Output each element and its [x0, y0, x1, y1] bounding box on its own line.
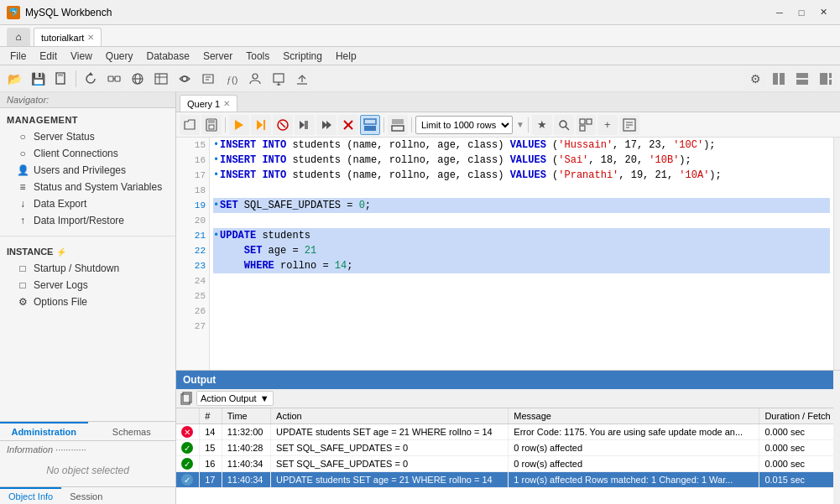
code-lines-container: • INSERT INTO students (name, rollno, ag… — [210, 138, 833, 370]
procedure-button[interactable] — [197, 68, 219, 90]
menu-server[interactable]: Server — [196, 49, 239, 64]
nav-status-variables[interactable]: ≡ Status and System Variables — [0, 179, 175, 195]
col-action: Action — [271, 408, 509, 424]
save-button[interactable]: 💾 — [27, 68, 49, 90]
nav-divider — [0, 236, 175, 236]
line-num-22: 22 — [180, 243, 206, 258]
connect-button[interactable] — [103, 68, 125, 90]
run-selected-button[interactable] — [251, 115, 271, 135]
table-button[interactable] — [150, 68, 172, 90]
code-line-22: SET age = 21 — [213, 243, 830, 258]
server-logs-icon: □ — [17, 279, 29, 291]
svg-rect-47 — [392, 126, 404, 131]
skip-button[interactable] — [295, 115, 315, 135]
refresh-button[interactable] — [80, 68, 102, 90]
run-all-button[interactable] — [229, 115, 249, 135]
nav-server-status[interactable]: ○ Server Status — [0, 128, 175, 145]
editor-scrollbar[interactable] — [833, 138, 840, 370]
code-editor[interactable]: 15 16 17 18 19 20 21 22 23 24 25 26 27 — [176, 138, 840, 370]
menu-scripting[interactable]: Scripting — [276, 49, 329, 64]
menu-query[interactable]: Query — [99, 49, 140, 64]
save-script-button[interactable] — [50, 68, 72, 90]
schema-button[interactable] — [127, 68, 149, 90]
toggle-result-button[interactable] — [360, 115, 380, 135]
dot-20 — [213, 213, 220, 228]
import-button[interactable] — [268, 68, 290, 90]
output-scrollbar[interactable] — [833, 371, 840, 504]
menu-file[interactable]: File — [3, 49, 33, 64]
query-tab-close[interactable]: ✕ — [223, 99, 230, 108]
nav-server-logs[interactable]: □ Server Logs — [0, 277, 175, 294]
svg-line-37 — [280, 122, 285, 127]
menu-database[interactable]: Database — [140, 49, 196, 64]
find-button[interactable] — [554, 115, 574, 135]
col-num: # — [200, 408, 222, 424]
nav-options-file[interactable]: ⚙ Options File — [0, 294, 175, 310]
layout1-button[interactable] — [768, 68, 790, 90]
action-output-dropdown[interactable]: Action Output ▼ — [196, 391, 274, 406]
navigator-header: Navigator: — [0, 92, 175, 108]
view-button[interactable] — [174, 68, 196, 90]
main-tab[interactable]: tutorialkart ✕ — [34, 28, 102, 46]
layout3-button[interactable] — [815, 68, 837, 90]
save-sql-button[interactable] — [201, 115, 222, 135]
instance-section: INSTANCE ⚡ □ Startup / Shutdown □ Server… — [0, 240, 175, 314]
svg-rect-1 — [58, 73, 63, 76]
nav-data-import[interactable]: ↑ Data Import/Restore — [0, 212, 175, 229]
dot-22 — [213, 243, 220, 258]
menu-edit[interactable]: Edit — [33, 49, 64, 64]
svg-rect-32 — [209, 125, 214, 129]
function-button[interactable]: f() — [221, 68, 243, 90]
layout2-button[interactable] — [791, 68, 813, 90]
open-file-button[interactable]: 📂 — [3, 68, 25, 90]
tab-administration[interactable]: Administration — [0, 422, 88, 440]
query-tab-1[interactable]: Query 1 ✕ — [180, 95, 237, 112]
management-title: MANAGEMENT — [0, 112, 175, 128]
line-num-16: 16 — [180, 153, 206, 168]
col-status — [176, 408, 200, 424]
num-cell-15: 15 — [200, 440, 222, 456]
close-button[interactable]: ✕ — [813, 4, 833, 21]
nav-startup-shutdown[interactable]: □ Startup / Shutdown — [0, 260, 175, 277]
svg-rect-31 — [208, 119, 215, 123]
tab-schemas[interactable]: Schemas — [88, 422, 176, 440]
num-cell-14: 14 — [200, 424, 222, 440]
output-row-16[interactable]: ✓ 16 11:40:34 SET SQL_SAFE_UPDATES = 0 0… — [176, 456, 840, 472]
svg-rect-4 — [115, 76, 120, 81]
home-button[interactable]: ⌂ — [7, 28, 30, 46]
output-row-17[interactable]: ✓ 17 11:40:34 UPDATE students SET age = … — [176, 472, 840, 488]
main-toolbar: 📂 💾 f() ⚙ — [0, 65, 840, 92]
user-button[interactable] — [244, 68, 266, 90]
nav-data-export[interactable]: ↓ Data Export — [0, 195, 175, 212]
menu-help[interactable]: Help — [329, 49, 363, 64]
output-row-15[interactable]: ✓ 15 11:40:28 SET SQL_SAFE_UPDATES = 0 0… — [176, 440, 840, 456]
visual-button[interactable] — [576, 115, 596, 135]
maximize-button[interactable]: □ — [791, 4, 811, 21]
context-button[interactable] — [619, 115, 639, 135]
limit-select[interactable]: Limit to 1000 rows Don't Limit Limit to … — [415, 116, 513, 134]
menu-tools[interactable]: Tools — [239, 49, 276, 64]
nav-users-privileges[interactable]: 👤 Users and Privileges — [0, 162, 175, 179]
minimize-button[interactable]: ─ — [770, 4, 790, 21]
cancel-button[interactable] — [338, 115, 358, 135]
star-button[interactable]: ★ — [532, 115, 552, 135]
nav-client-connections[interactable]: ○ Client Connections — [0, 145, 175, 162]
limit-dropdown-arrow: ▼ — [516, 120, 524, 129]
svg-rect-26 — [796, 80, 808, 85]
gear-button[interactable]: ⚙ — [744, 68, 766, 90]
line-num-25: 25 — [180, 288, 206, 304]
open-sql-button[interactable] — [180, 115, 200, 135]
code-line-17: • INSERT INTO students (name, rollno, ag… — [213, 168, 830, 183]
toggle-output-button[interactable] — [388, 115, 408, 135]
continue-button[interactable] — [316, 115, 337, 135]
output-row-14[interactable]: ✕ 14 11:32:00 UPDATE students SET age = … — [176, 424, 840, 440]
tab-close-icon[interactable]: ✕ — [87, 33, 94, 42]
tab-session[interactable]: Session — [61, 487, 111, 504]
menu-view[interactable]: View — [64, 49, 99, 64]
add-tab-button[interactable]: + — [597, 115, 618, 135]
export-button[interactable] — [291, 68, 313, 90]
management-section: MANAGEMENT ○ Server Status ○ Client Conn… — [0, 108, 175, 232]
tab-label: tutorialkart — [41, 33, 84, 43]
tab-object-info[interactable]: Object Info — [0, 487, 61, 504]
stop-button[interactable] — [273, 115, 293, 135]
